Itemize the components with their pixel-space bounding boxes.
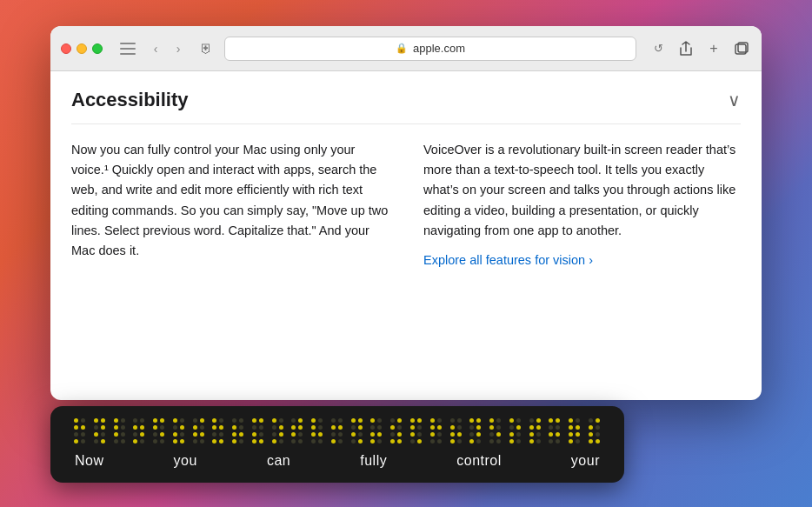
back-button[interactable]: ‹	[146, 39, 165, 58]
explore-link[interactable]: Explore all features for vision ›	[423, 253, 741, 267]
collapse-button[interactable]: ∨	[728, 90, 741, 110]
minimize-button[interactable]	[77, 43, 87, 54]
col2-text: VoiceOver is a revolutionary built-in sc…	[423, 140, 741, 241]
braille-cell-now	[74, 418, 86, 444]
reload-button[interactable]: ↺	[650, 41, 666, 57]
section-header: Accessibility ∨	[71, 89, 741, 124]
braille-cell-19	[430, 418, 443, 444]
braille-cell-23	[509, 418, 522, 444]
braille-cell-13	[311, 418, 323, 444]
url-text: apple.com	[413, 42, 465, 55]
braille-word-your: your	[571, 453, 600, 469]
braille-cell-15	[351, 418, 363, 444]
braille-cell-8	[212, 418, 224, 444]
title-bar: ‹ › ⛨ 🔒 apple.com ↺ +	[50, 26, 762, 71]
forward-button[interactable]: ›	[169, 39, 188, 58]
lock-icon: 🔒	[396, 43, 408, 54]
braille-cell-4	[133, 418, 145, 444]
braille-word-can: can	[267, 453, 290, 469]
maximize-button[interactable]	[92, 43, 103, 54]
braille-cell-11	[272, 418, 284, 444]
new-tab-button[interactable]: +	[704, 39, 723, 58]
braille-word-control: control	[456, 453, 502, 469]
traffic-lights	[61, 43, 103, 54]
braille-cell-3	[114, 418, 126, 444]
braille-cell-18	[410, 418, 423, 444]
braille-word-now: Now	[75, 453, 104, 469]
toolbar-right: +	[676, 39, 751, 58]
braille-cell-21	[469, 418, 482, 444]
braille-cell-12	[291, 418, 303, 444]
braille-words: Now you can fully control your	[68, 453, 607, 469]
braille-cell-27	[589, 418, 601, 444]
section-title: Accessibility	[71, 89, 189, 111]
col1-text: Now you can fully control your Mac using…	[71, 140, 389, 267]
braille-cell-6	[173, 418, 185, 444]
braille-cell-16	[370, 418, 383, 444]
col2-content: VoiceOver is a revolutionary built-in sc…	[423, 140, 741, 267]
braille-cell-17	[390, 418, 403, 444]
braille-cell-7	[193, 418, 205, 444]
braille-dots-row	[68, 418, 607, 444]
address-bar[interactable]: 🔒 apple.com	[224, 37, 636, 61]
share-button[interactable]	[676, 39, 696, 58]
braille-cell-5	[153, 418, 165, 444]
tabs-button[interactable]	[732, 39, 751, 58]
shield-icon: ⛨	[198, 40, 214, 57]
content-area: Accessibility ∨ Now you can fully contro…	[50, 71, 762, 284]
braille-cell-25	[549, 418, 561, 444]
braille-word-fully: fully	[360, 453, 387, 469]
browser-window: ‹ › ⛨ 🔒 apple.com ↺ +	[50, 26, 762, 400]
braille-cell-10	[252, 418, 264, 444]
braille-cell-26	[569, 418, 581, 444]
close-button[interactable]	[61, 43, 71, 54]
braille-word-you: you	[174, 453, 197, 469]
braille-cell-20	[450, 418, 463, 444]
nav-buttons: ‹ ›	[146, 39, 188, 58]
braille-cell-24	[529, 418, 542, 444]
braille-cell-9	[232, 418, 244, 444]
braille-cell-14	[331, 418, 343, 444]
braille-cell-22	[489, 418, 502, 444]
two-column-content: Now you can fully control your Mac using…	[71, 140, 741, 267]
braille-cell-2	[94, 418, 106, 444]
braille-panel: Now you can fully control your	[50, 406, 624, 483]
sidebar-toggle-button[interactable]	[120, 43, 136, 55]
